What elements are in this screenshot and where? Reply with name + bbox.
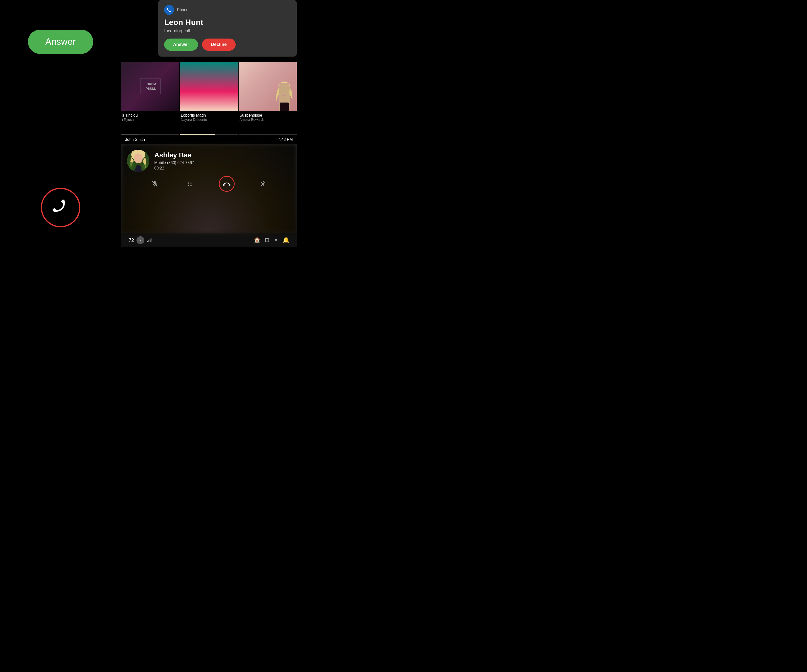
- bluetooth-button[interactable]: [256, 177, 270, 191]
- contact-name: Ashley Bae: [154, 151, 291, 159]
- notification-actions: Answer Decline: [164, 38, 291, 51]
- svg-point-14: [188, 183, 189, 184]
- svg-point-7: [134, 154, 143, 163]
- media-title-3: Suspendisse: [239, 113, 296, 118]
- status-name: John Smith: [125, 137, 145, 142]
- progress-bar-2: [180, 134, 238, 136]
- progress-fill-1: [121, 134, 139, 136]
- answer-button-large[interactable]: Answer: [28, 30, 93, 54]
- left-panel: Answer: [0, 0, 121, 247]
- media-grid: LOREMIPSUM. s Tincidu i Ryushi Lobortis …: [121, 50, 297, 133]
- sys-center-icons: 🏠 ⊞ ✦ 🔔: [254, 237, 289, 243]
- svg-point-13: [192, 182, 193, 182]
- media-author-2: Nayara Defuente: [181, 118, 237, 122]
- contact-number: Mobile (360) 624-7567: [154, 161, 291, 165]
- media-info-3: Suspendisse Amelia Edwards: [239, 111, 297, 124]
- progress-bar-3: [239, 134, 297, 136]
- svg-point-17: [188, 185, 189, 186]
- media-title-1: s Tincidu: [122, 113, 178, 118]
- progress-bar-1: [121, 134, 179, 136]
- status-time: 7:43 PM: [278, 137, 293, 142]
- chevron-right-icon: ›: [140, 238, 141, 242]
- incoming-call-notification: Phone Leon Hunt Incoming call Answer Dec…: [158, 0, 297, 56]
- avatar: [127, 150, 149, 172]
- lorem-ipsum-text: LOREMIPSUM.: [140, 79, 161, 94]
- call-duration: 00:22: [154, 166, 291, 170]
- progress-bars: [121, 134, 297, 136]
- media-card-3[interactable]: Suspendisse Amelia Edwards: [239, 62, 297, 133]
- sys-left: 72 ›: [129, 236, 152, 244]
- status-row: John Smith 7:43 PM: [121, 136, 297, 144]
- end-call-circle[interactable]: [41, 188, 80, 227]
- expand-button[interactable]: ›: [136, 236, 144, 244]
- media-card-2[interactable]: Lobortis Magn Nayara Defuente: [180, 62, 238, 133]
- svg-rect-25: [151, 238, 152, 242]
- media-title-2: Lobortis Magn: [181, 113, 237, 118]
- notification-app-name: Phone: [177, 8, 188, 12]
- notification-answer-button[interactable]: Answer: [164, 38, 198, 51]
- bell-icon[interactable]: 🔔: [282, 237, 289, 243]
- svg-point-16: [192, 183, 193, 184]
- svg-point-11: [188, 182, 189, 182]
- phone-app-icon: [164, 5, 174, 15]
- svg-rect-20: [223, 184, 224, 186]
- notification-header: Phone: [164, 5, 291, 15]
- media-info-2: Lobortis Magn Nayara Defuente: [180, 111, 238, 124]
- progress-fill-2: [180, 134, 214, 136]
- mute-button[interactable]: [148, 177, 162, 191]
- grid-icon[interactable]: ⊞: [265, 237, 269, 243]
- keypad-button[interactable]: [183, 177, 197, 191]
- media-thumb-1: LOREMIPSUM.: [121, 62, 179, 111]
- svg-rect-23: [149, 240, 149, 242]
- system-bar: 72 › 🏠 ⊞ ✦ 🔔: [121, 233, 297, 247]
- fan-icon[interactable]: ✦: [274, 237, 278, 243]
- svg-rect-22: [147, 241, 148, 242]
- home-icon[interactable]: 🏠: [254, 237, 260, 243]
- contact-details: Ashley Bae Mobile (360) 624-7567 00:22: [154, 151, 291, 170]
- temperature-display: 72: [129, 237, 134, 243]
- svg-point-19: [192, 185, 193, 186]
- notification-subtitle: Incoming call: [164, 28, 291, 34]
- notification-decline-button[interactable]: Decline: [202, 38, 236, 51]
- notification-caller-name: Leon Hunt: [164, 18, 291, 27]
- svg-point-12: [190, 182, 191, 182]
- active-call-card: Ashley Bae Mobile (360) 624-7567 00:22: [121, 144, 297, 233]
- end-call-button[interactable]: [219, 176, 235, 192]
- svg-rect-21: [229, 184, 231, 186]
- signal-icon: [147, 237, 152, 243]
- end-call-icon: [50, 197, 71, 218]
- progress-fill-3: [239, 134, 244, 136]
- svg-rect-3: [280, 103, 289, 111]
- media-info-1: s Tincidu i Ryushi: [121, 111, 179, 124]
- media-thumb-3: [239, 62, 297, 111]
- call-controls: [127, 172, 291, 196]
- media-author-3: Amelia Edwards: [239, 118, 296, 122]
- right-panel: Phone Leon Hunt Incoming call Answer Dec…: [121, 0, 297, 247]
- media-author-1: i Ryushi: [122, 118, 178, 122]
- media-card-1[interactable]: LOREMIPSUM. s Tincidu i Ryushi: [121, 62, 179, 133]
- svg-point-15: [190, 183, 191, 184]
- svg-point-18: [190, 185, 191, 186]
- svg-rect-24: [149, 239, 151, 242]
- call-info-row: Ashley Bae Mobile (360) 624-7567 00:22: [127, 150, 291, 172]
- media-thumb-2: [180, 62, 238, 111]
